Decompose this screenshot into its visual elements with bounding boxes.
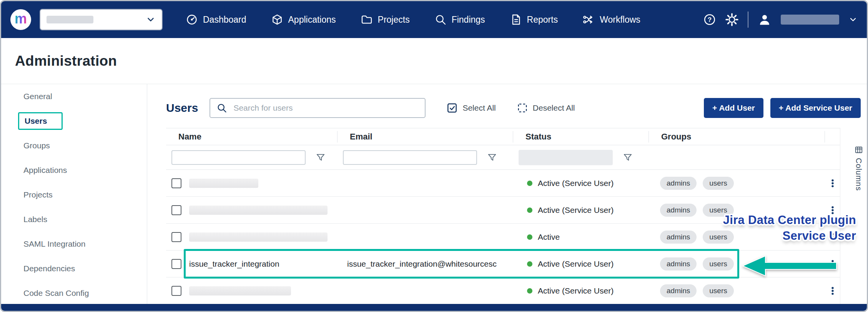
sidebar-item-users[interactable]: Users [1,109,147,133]
nav-item-reports[interactable]: Reports [510,13,558,26]
sidebar-item-groups[interactable]: Groups [1,133,147,158]
page-title: Administration [15,53,117,69]
table-row: Active (Service User) admins users [166,277,840,304]
nav-divider [748,12,748,28]
name-cell [166,178,338,188]
sidebar-item-label: Code Scan Config [23,289,89,298]
nav-label: Projects [378,15,410,25]
filter-funnel-icon[interactable] [623,153,633,163]
workflow-icon [582,13,595,26]
deselect-all-button[interactable]: Deselect All [517,102,575,114]
nav-item-projects[interactable]: Projects [361,13,410,26]
status-dot [527,288,532,294]
row-checkbox[interactable] [171,205,181,215]
cube-icon [271,13,283,26]
status-dot [527,234,532,240]
actions-cell [825,286,840,296]
user-menu[interactable] [758,13,772,27]
group-chip: admins [660,231,697,244]
workspace-dropdown[interactable] [40,9,163,30]
sidebar-item-dependencies[interactable]: Dependencies [1,256,147,281]
column-header-email[interactable]: Email [338,131,513,143]
nav-label: Workflows [600,15,640,25]
sidebar-item-label: SAML Integration [23,239,85,249]
group-chip: admins [660,204,697,217]
admin-sidebar: General Users Groups Applications Projec… [1,84,147,304]
username-redacted [781,15,839,25]
left-arrow-icon [741,255,838,277]
status-filter-input[interactable] [519,150,613,165]
user-search [210,98,426,118]
status-cell: Active (Service User) [513,179,649,188]
nav-item-applications[interactable]: Applications [271,13,336,26]
row-checkbox[interactable] [171,178,181,188]
mend-logo[interactable]: m [10,9,31,30]
email-filter-input[interactable] [343,150,477,165]
nav-item-workflows[interactable]: Workflows [582,13,640,26]
table-row: Active (Service User) admins users [166,170,840,197]
section-title: Users [166,101,198,115]
search-input[interactable] [233,103,419,113]
kebab-menu-icon[interactable] [828,286,838,296]
select-all-label: Select All [462,103,496,113]
sidebar-item-code-scan-config[interactable]: Code Scan Config [1,281,147,305]
sidebar-item-labels[interactable]: Labels [1,207,147,232]
filter-funnel-icon[interactable] [316,153,326,163]
columns-grid-icon [855,146,863,154]
row-checkbox[interactable] [171,259,181,269]
nav-label: Findings [452,15,485,25]
sidebar-item-saml-integration[interactable]: SAML Integration [1,232,147,256]
name-filter-cell [166,150,338,165]
deselect-all-label: Deselect All [533,103,575,113]
annotation-arrow [741,255,838,279]
column-header-name[interactable]: Name [166,131,338,143]
columns-toggle[interactable]: Columns [854,146,863,191]
app-window: m Dashboard Applications Projects Findin… [0,0,868,312]
status-text: Active (Service User) [538,259,614,269]
group-chip: users [703,284,733,297]
nav-item-findings[interactable]: Findings [434,13,485,26]
table-row-issue-tracker-integration: issue_tracker_integration issue_tracker_… [166,251,840,277]
nav-right-controls: ? [703,12,858,28]
column-header-actions [825,131,840,143]
row-checkbox[interactable] [171,232,181,242]
status-text: Active (Service User) [538,179,614,188]
help-button[interactable]: ? [703,13,716,26]
sidebar-item-label: Applications [23,166,67,175]
select-all-button[interactable]: Select All [446,102,496,114]
filter-funnel-icon[interactable] [487,153,497,163]
column-header-status[interactable]: Status [513,131,649,143]
annotation-line-1: Jira Data Center plugin [723,212,856,228]
nav-label: Dashboard [203,15,246,25]
name-cell [166,286,338,296]
annotation-text: Jira Data Center plugin Service User [723,212,856,244]
add-service-user-button[interactable]: + Add Service User [770,98,861,118]
help-icon: ? [703,13,716,26]
redacted-name [189,232,328,242]
user-email: issue_tracker_integration@whitesourcesc [347,259,497,268]
row-checkbox[interactable] [171,286,181,296]
main-nav: Dashboard Applications Projects Findings… [186,13,640,26]
bottom-bar [1,304,867,311]
name-filter-input[interactable] [171,150,306,165]
sidebar-item-projects[interactable]: Projects [1,183,147,207]
annotation-line-2: Service User [723,228,856,244]
column-header-groups[interactable]: Groups [649,131,825,143]
kebab-menu-icon[interactable] [828,178,838,188]
sidebar-item-label: General [23,92,52,101]
nav-item-dashboard[interactable]: Dashboard [186,13,246,26]
gear-icon [725,13,738,26]
group-chip: users [703,177,733,190]
user-name: issue_tracker_integration [189,259,279,269]
sidebar-item-label: Users [18,112,63,130]
sidebar-item-applications[interactable]: Applications [1,158,147,183]
table-header-row: Name Email Status Groups [166,128,840,145]
nav-label: Applications [288,15,336,25]
sidebar-item-general[interactable]: General [1,84,147,109]
status-dot [527,261,532,267]
deselect-all-icon [517,102,528,114]
chevron-down-icon[interactable] [848,15,858,24]
add-user-button[interactable]: + Add User [704,98,763,118]
settings-button[interactable] [725,13,738,26]
sidebar-item-label: Projects [23,190,53,199]
